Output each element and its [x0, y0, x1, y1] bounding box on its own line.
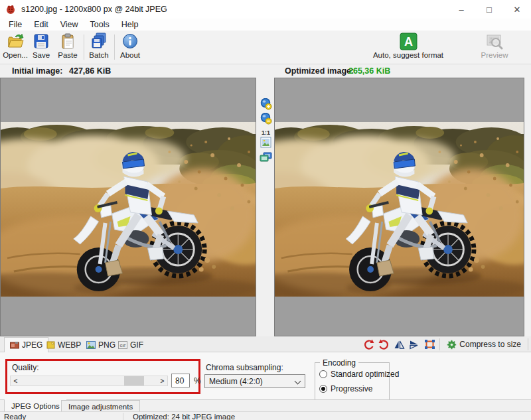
initial-image-panel[interactable] — [0, 78, 256, 336]
status-ready: Ready — [4, 413, 26, 420]
quality-slider[interactable]: < > — [10, 376, 168, 386]
about-button[interactable]: About — [117, 32, 143, 62]
tab-image-adjustments[interactable]: Image adjustments — [61, 400, 140, 412]
slider-thumb[interactable] — [124, 376, 144, 385]
radio-circle-unselected[interactable] — [319, 370, 327, 378]
save-button[interactable]: Save — [29, 32, 53, 62]
tab-webp-label: WEBP — [58, 340, 81, 350]
radio-standard-optimized[interactable]: Standard optimized — [319, 370, 399, 379]
toolbar-separator — [84, 35, 84, 60]
save-floppy-icon — [33, 32, 49, 50]
main-toolbar: Open... Save Paste — [0, 31, 531, 64]
flip-horizontal-button[interactable] — [394, 340, 405, 350]
menu-view[interactable]: View — [54, 20, 84, 29]
maximize-button[interactable]: □ — [475, 0, 503, 19]
chevron-down-icon — [295, 378, 301, 385]
auto-format-label: Auto, suggest format — [373, 51, 443, 59]
motocross-photo-initial — [1, 122, 256, 297]
slider-left-arrow[interactable]: < — [11, 376, 21, 385]
jpeg-format-icon — [10, 341, 19, 349]
batch-floppies-icon — [90, 32, 108, 50]
motocross-photo-optimized — [275, 122, 524, 297]
save-label: Save — [33, 51, 50, 59]
status-bar: Ready Optimized: 24 bit JPEG image — [0, 411, 531, 420]
png-format-icon — [86, 341, 96, 349]
options-tab-strip: JPEG Options Image adjustments — [0, 399, 531, 411]
open-label: Open... — [3, 51, 28, 59]
format-tab-strip: JPEG WEBP PNG GIF GIF — [0, 336, 531, 352]
compress-to-size-label: Compress to size — [459, 340, 521, 349]
gif-format-icon: GIF — [118, 341, 127, 349]
tab-gif[interactable]: GIF GIF — [113, 338, 149, 352]
menu-file[interactable]: File — [3, 20, 28, 29]
webp-format-icon — [46, 341, 55, 349]
quality-unit-label: % — [194, 376, 201, 385]
encoding-legend: Encoding — [320, 358, 358, 368]
paste-clipboard-icon — [60, 32, 76, 50]
about-info-icon — [122, 32, 138, 50]
menu-edit[interactable]: Edit — [28, 20, 54, 29]
tab-webp[interactable]: WEBP — [41, 338, 86, 352]
tab-gif-label: GIF — [130, 340, 143, 350]
title-bar: s1200.jpg - 1200x800 px @ 24bit JPEG – □… — [0, 0, 531, 19]
riot-app-window: { "window": { "title": "s1200.jpg - 1200… — [0, 0, 531, 420]
menu-tools[interactable]: Tools — [84, 20, 115, 29]
resize-canvas-button[interactable] — [424, 339, 435, 350]
flip-vertical-button[interactable] — [409, 340, 420, 350]
encoding-groupbox — [315, 362, 390, 401]
auto-format-button[interactable]: A Auto, suggest format — [372, 32, 445, 62]
paste-label: Paste — [58, 51, 77, 59]
compress-to-size-button[interactable]: Compress to size — [444, 339, 524, 350]
tools-separator — [528, 338, 528, 350]
auto-format-icon: A — [400, 32, 417, 50]
fit-image-icon — [260, 137, 271, 148]
radio-circle-selected[interactable] — [319, 385, 327, 393]
app-icon — [5, 4, 16, 15]
radio-progressive[interactable]: Progressive — [319, 384, 372, 393]
window-title: s1200.jpg - 1200x800 px @ 24bit JPEG — [21, 5, 167, 14]
compress-gear-icon — [447, 340, 457, 350]
batch-label: Batch — [89, 51, 108, 59]
about-label: About — [120, 51, 140, 59]
preview-button[interactable]: Preview — [477, 32, 512, 62]
toolbar-separator — [114, 35, 115, 60]
tools-separator — [439, 338, 440, 350]
menu-help[interactable]: Help — [115, 20, 145, 29]
status-separator — [123, 413, 123, 420]
rotate-left-button[interactable] — [363, 339, 374, 350]
tab-jpeg-label: JPEG — [22, 340, 42, 350]
preview-label: Preview — [481, 51, 508, 59]
slider-right-arrow[interactable]: > — [157, 376, 167, 385]
quality-label: Quality: — [12, 363, 39, 372]
svg-text:A: A — [404, 35, 413, 48]
zoom-in-icon — [260, 98, 272, 110]
open-folder-icon — [7, 32, 25, 50]
chroma-subsampling-dropdown[interactable]: Medium (4:2:0) — [204, 374, 305, 388]
rotate-right-button[interactable] — [378, 339, 390, 350]
zoom-controls-column: 1:1 — [258, 78, 274, 336]
tab-jpeg-options[interactable]: JPEG Options — [4, 399, 67, 412]
menu-bar: File Edit View Tools Help — [0, 19, 531, 31]
fit-image-button[interactable] — [260, 136, 272, 149]
initial-image-size: 427,86 KiB — [69, 66, 111, 76]
options-panel: JPEG WEBP PNG GIF GIF — [0, 336, 531, 411]
close-button[interactable]: ✕ — [503, 0, 531, 19]
chroma-subsampling-label: Chroma subsampling: — [206, 363, 283, 372]
optimized-image-label: Optimized image: — [285, 66, 354, 76]
image-tools-strip: Compress to size — [363, 337, 528, 352]
minimize-button[interactable]: – — [447, 0, 475, 19]
quality-value-input[interactable]: 80 — [171, 374, 190, 387]
zoom-out-button[interactable] — [260, 112, 272, 125]
zoom-in-button[interactable] — [260, 98, 272, 110]
batch-button[interactable]: Batch — [86, 32, 112, 62]
radio-standard-label: Standard optimized — [331, 370, 399, 379]
radio-progressive-label: Progressive — [331, 384, 372, 393]
status-optimized-info: Optimized: 24 bit JPEG image — [133, 413, 235, 420]
svg-text:GIF: GIF — [119, 344, 126, 348]
open-button[interactable]: Open... — [1, 32, 29, 62]
zoom-out-icon — [260, 113, 272, 125]
size-label-bar: Initial image: 427,86 KiB Optimized imag… — [0, 64, 531, 78]
paste-button[interactable]: Paste — [54, 32, 81, 62]
optimized-image-panel[interactable] — [274, 78, 524, 336]
compare-view-button[interactable] — [260, 151, 272, 163]
